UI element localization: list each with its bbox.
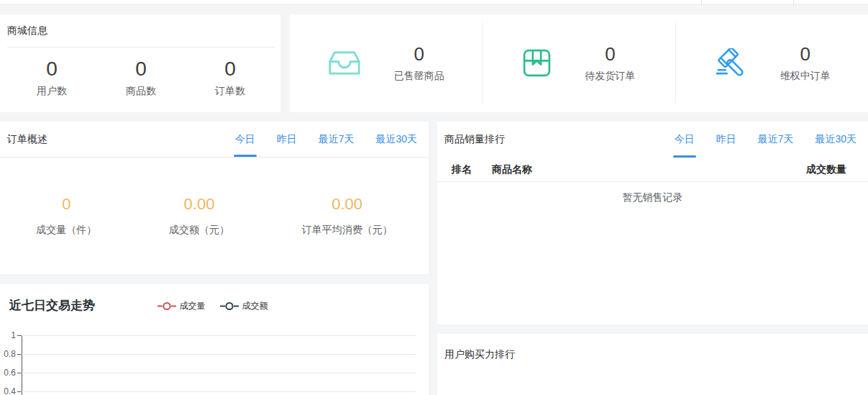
axis-tick — [17, 354, 22, 355]
stat-value: 0.00 — [169, 195, 229, 214]
legend-item-volume[interactable]: 成交量 — [157, 300, 206, 312]
y-tick-label: 0.4 — [0, 386, 16, 395]
tab-last-7-days[interactable]: 最近7天 — [758, 122, 794, 158]
mall-stats: 0 用户数 0 商品数 0 订单数 — [7, 58, 275, 98]
stat-products: 0 商品数 — [96, 58, 186, 98]
mall-info-card: 商城信息 0 用户数 0 商品数 0 订单数 — [0, 14, 280, 112]
mall-info-title: 商城信息 — [7, 24, 275, 37]
axis-tick — [17, 373, 22, 373]
stat-orders: 0 订单数 — [186, 58, 275, 98]
legend-marker-icon — [220, 301, 239, 310]
sales-ranking-title: 商品销量排行 — [444, 133, 505, 146]
stat-value: 0 — [186, 58, 275, 81]
chart-header: 近七日交易走势 成交量 — [9, 296, 416, 316]
quick-stats-card: 0 已售罄商品 0 待发货订单 — [290, 14, 868, 112]
date-range-tabs: 今日 昨日 最近7天 最近30天 — [235, 122, 417, 157]
column-rank: 排名 — [452, 163, 492, 176]
inbox-icon — [328, 50, 361, 76]
stat-label: 维权中订单 — [780, 70, 831, 83]
stat-label: 成交量（件） — [36, 224, 96, 237]
sales-ranking-card: 商品销量排行 今日 昨日 最近7天 最近30天 排名 商品名称 成交数量 暂无销… — [437, 122, 868, 324]
tab-last-7-days[interactable]: 最近7天 — [319, 122, 355, 157]
stat-value: 0.00 — [302, 195, 393, 214]
stat-value: 0 — [96, 58, 186, 81]
y-tick-label: 0.6 — [0, 368, 16, 378]
stat-value: 0 — [780, 43, 831, 65]
package-icon — [522, 48, 552, 78]
order-overview-card: 订单概述 今日 昨日 最近7天 最近30天 0 成交量（件） 0.00 — [0, 122, 429, 274]
gridline — [22, 373, 416, 373]
buying-power-title: 用户购买力排行 — [444, 348, 861, 361]
stat-average: 0.00 订单平均消费（元） — [302, 195, 393, 237]
legend-label: 成交额 — [242, 300, 268, 312]
stat-value: 0 — [394, 43, 444, 65]
ranking-table-header: 排名 商品名称 成交数量 — [437, 158, 868, 182]
stat-label: 成交额（元） — [169, 224, 229, 237]
stat-text: 0 待发货订单 — [585, 43, 635, 83]
axis-tick — [17, 335, 22, 336]
lower-grid: 订单概述 今日 昨日 最近7天 最近30天 0 成交量（件） 0.00 — [0, 122, 868, 395]
gavel-icon — [713, 48, 747, 78]
axis-tick — [17, 391, 22, 392]
stat-text: 0 维权中订单 — [780, 43, 831, 83]
stat-value: 0 — [585, 43, 635, 65]
legend-item-amount[interactable]: 成交额 — [220, 300, 268, 312]
stat-amount: 0.00 成交额（元） — [169, 195, 229, 237]
topbar-divider — [793, 0, 794, 5]
tab-last-30-days[interactable]: 最近30天 — [815, 122, 856, 158]
stat-label: 已售罄商品 — [394, 70, 444, 83]
trend-chart-card: 近七日交易走势 成交量 — [0, 284, 429, 395]
topbar-divider — [701, 0, 702, 5]
stat-text: 0 已售罄商品 — [394, 43, 444, 83]
date-range-tabs: 今日 昨日 最近7天 最近30天 — [675, 122, 856, 158]
order-overview-title: 订单概述 — [7, 133, 47, 146]
top-nav-strip — [0, 0, 868, 5]
gridline — [22, 335, 416, 336]
empty-state-text: 暂无销售记录 — [437, 191, 868, 204]
top-stats-row: 商城信息 0 用户数 0 商品数 0 订单数 — [0, 14, 868, 112]
card-header: 商品销量排行 今日 昨日 最近7天 最近30天 — [437, 122, 868, 158]
legend-label: 成交量 — [180, 300, 206, 312]
divider — [7, 47, 275, 47]
order-overview-stats: 0 成交量（件） 0.00 成交额（元） 0.00 订单平均消费（元） — [0, 195, 429, 237]
stat-volume: 0 成交量（件） — [36, 195, 96, 237]
stat-label: 订单数 — [186, 85, 275, 98]
card-header: 订单概述 今日 昨日 最近7天 最近30天 — [0, 122, 429, 158]
tab-yesterday[interactable]: 昨日 — [277, 122, 297, 157]
gridline — [22, 391, 416, 392]
stat-value: 0 — [7, 58, 96, 81]
tab-today[interactable]: 今日 — [235, 122, 255, 157]
tab-yesterday[interactable]: 昨日 — [716, 122, 736, 158]
stat-pending-shipment: 0 待发货订单 — [482, 22, 675, 104]
legend-marker-icon — [157, 301, 176, 310]
tab-last-30-days[interactable]: 最近30天 — [375, 122, 417, 157]
right-column: 商品销量排行 今日 昨日 最近7天 最近30天 排名 商品名称 成交数量 暂无销… — [437, 122, 868, 395]
y-tick-label: 1 — [0, 330, 16, 340]
stat-users: 0 用户数 — [7, 58, 96, 98]
stat-rights-protection: 0 维权中订单 — [675, 22, 868, 104]
dashboard-page: 商城信息 0 用户数 0 商品数 0 订单数 — [0, 5, 868, 395]
stat-label: 用户数 — [7, 85, 96, 98]
stat-sold-out: 0 已售罄商品 — [290, 22, 482, 104]
line-chart-plot: 1 0.8 0.6 0.4 — [0, 335, 416, 395]
stat-label: 商品数 — [96, 85, 186, 98]
stat-label: 待发货订单 — [585, 70, 635, 83]
chart-legend: 成交量 成交额 — [157, 300, 268, 312]
stat-label: 订单平均消费（元） — [302, 224, 393, 237]
column-product-name: 商品名称 — [492, 163, 806, 176]
tab-today[interactable]: 今日 — [675, 122, 695, 158]
column-quantity: 成交数量 — [806, 163, 846, 176]
buying-power-card: 用户购买力排行 — [437, 334, 868, 395]
y-axis-line — [22, 335, 22, 395]
left-column: 订单概述 今日 昨日 最近7天 最近30天 0 成交量（件） 0.00 — [0, 122, 429, 395]
y-tick-label: 0.8 — [0, 349, 16, 359]
gridline — [22, 354, 416, 355]
stat-value: 0 — [36, 195, 96, 214]
